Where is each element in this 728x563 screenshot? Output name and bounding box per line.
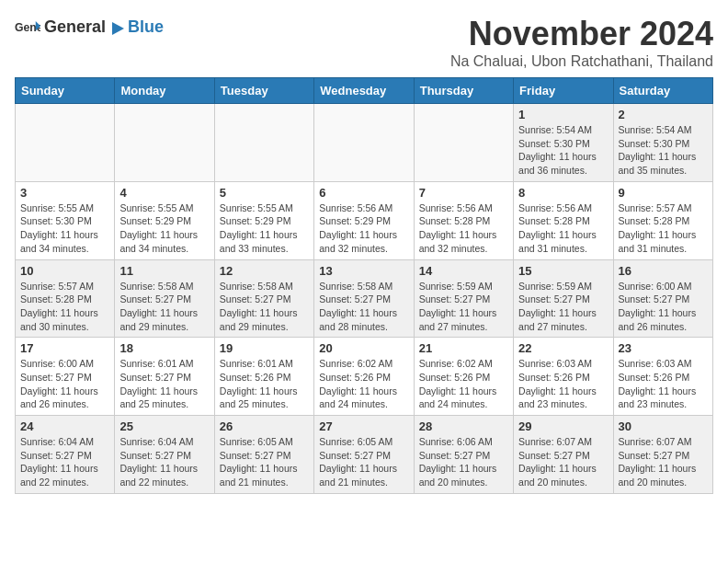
weekday-header: Sunday xyxy=(16,78,115,104)
calendar-day-cell: 22Sunrise: 6:03 AM Sunset: 5:26 PM Dayli… xyxy=(514,338,613,416)
day-number: 10 xyxy=(20,264,109,278)
day-info: Sunrise: 5:56 AM Sunset: 5:28 PM Dayligh… xyxy=(419,201,508,256)
calendar-day-cell: 23Sunrise: 6:03 AM Sunset: 5:26 PM Dayli… xyxy=(613,338,712,416)
logo-triangle-icon xyxy=(108,19,126,38)
day-number: 27 xyxy=(319,419,408,433)
calendar-day-cell: 27Sunrise: 6:05 AM Sunset: 5:27 PM Dayli… xyxy=(314,416,414,494)
weekday-header: Friday xyxy=(514,78,613,104)
weekday-header: Wednesday xyxy=(314,78,414,104)
day-info: Sunrise: 5:57 AM Sunset: 5:28 PM Dayligh… xyxy=(619,201,708,256)
day-info: Sunrise: 6:07 AM Sunset: 5:27 PM Dayligh… xyxy=(619,435,708,489)
day-info: Sunrise: 5:55 AM Sunset: 5:29 PM Dayligh… xyxy=(119,201,209,256)
calendar-day-cell: 30Sunrise: 6:07 AM Sunset: 5:27 PM Dayli… xyxy=(613,416,712,494)
calendar-day-cell: 12Sunrise: 5:58 AM Sunset: 5:27 PM Dayli… xyxy=(214,259,313,338)
day-info: Sunrise: 5:54 AM Sunset: 5:30 PM Dayligh… xyxy=(518,123,608,178)
day-number: 2 xyxy=(619,108,708,121)
calendar-week-row: 3Sunrise: 5:55 AM Sunset: 5:30 PM Daylig… xyxy=(16,181,713,259)
calendar-week-row: 24Sunrise: 6:04 AM Sunset: 5:27 PM Dayli… xyxy=(16,416,713,494)
day-number: 17 xyxy=(20,341,109,355)
day-info: Sunrise: 5:55 AM Sunset: 5:29 PM Dayligh… xyxy=(220,201,309,256)
calendar-day-cell: 18Sunrise: 6:01 AM Sunset: 5:27 PM Dayli… xyxy=(115,338,214,416)
calendar-day-cell: 25Sunrise: 6:04 AM Sunset: 5:27 PM Dayli… xyxy=(115,416,214,494)
day-number: 28 xyxy=(419,419,508,433)
calendar-day-cell: 9Sunrise: 5:57 AM Sunset: 5:28 PM Daylig… xyxy=(613,181,712,259)
day-info: Sunrise: 5:55 AM Sunset: 5:30 PM Dayligh… xyxy=(20,201,109,256)
day-number: 11 xyxy=(119,264,209,278)
calendar-week-row: 17Sunrise: 6:00 AM Sunset: 5:27 PM Dayli… xyxy=(16,338,713,416)
day-info: Sunrise: 5:57 AM Sunset: 5:28 PM Dayligh… xyxy=(20,280,109,334)
calendar-week-row: 1Sunrise: 5:54 AM Sunset: 5:30 PM Daylig… xyxy=(16,104,713,182)
day-info: Sunrise: 6:07 AM Sunset: 5:27 PM Dayligh… xyxy=(518,435,608,489)
day-info: Sunrise: 5:59 AM Sunset: 5:27 PM Dayligh… xyxy=(419,280,508,334)
day-number: 30 xyxy=(619,419,708,433)
day-info: Sunrise: 5:58 AM Sunset: 5:27 PM Dayligh… xyxy=(119,280,209,334)
weekday-header: Saturday xyxy=(613,78,712,104)
weekday-header: Monday xyxy=(115,78,214,104)
calendar-day-cell: 2Sunrise: 5:54 AM Sunset: 5:30 PM Daylig… xyxy=(613,104,712,182)
calendar-day-cell: 19Sunrise: 6:01 AM Sunset: 5:26 PM Dayli… xyxy=(214,338,313,416)
calendar-day-cell: 10Sunrise: 5:57 AM Sunset: 5:28 PM Dayli… xyxy=(16,259,115,338)
day-number: 23 xyxy=(619,341,708,355)
logo-general-text: General xyxy=(44,17,106,36)
day-info: Sunrise: 6:04 AM Sunset: 5:27 PM Dayligh… xyxy=(119,435,209,489)
day-number: 26 xyxy=(220,419,309,433)
day-number: 8 xyxy=(518,186,608,200)
calendar-day-cell xyxy=(16,104,115,182)
calendar-day-cell: 20Sunrise: 6:02 AM Sunset: 5:26 PM Dayli… xyxy=(314,338,414,416)
day-info: Sunrise: 5:54 AM Sunset: 5:30 PM Dayligh… xyxy=(619,123,708,178)
day-number: 20 xyxy=(319,341,408,355)
day-number: 13 xyxy=(319,264,408,278)
calendar-day-cell xyxy=(115,104,214,182)
day-info: Sunrise: 6:05 AM Sunset: 5:27 PM Dayligh… xyxy=(220,435,309,489)
calendar-day-cell: 26Sunrise: 6:05 AM Sunset: 5:27 PM Dayli… xyxy=(214,416,313,494)
day-number: 3 xyxy=(20,186,109,200)
day-number: 5 xyxy=(220,186,309,200)
calendar-week-row: 10Sunrise: 5:57 AM Sunset: 5:28 PM Dayli… xyxy=(16,259,713,338)
day-info: Sunrise: 6:01 AM Sunset: 5:27 PM Dayligh… xyxy=(119,357,209,411)
day-info: Sunrise: 6:00 AM Sunset: 5:27 PM Dayligh… xyxy=(20,357,109,411)
day-number: 21 xyxy=(419,341,508,355)
calendar-day-cell: 29Sunrise: 6:07 AM Sunset: 5:27 PM Dayli… xyxy=(514,416,613,494)
day-info: Sunrise: 5:58 AM Sunset: 5:27 PM Dayligh… xyxy=(220,280,309,334)
calendar-day-cell: 21Sunrise: 6:02 AM Sunset: 5:26 PM Dayli… xyxy=(414,338,513,416)
calendar-day-cell: 17Sunrise: 6:00 AM Sunset: 5:27 PM Dayli… xyxy=(16,338,115,416)
day-number: 22 xyxy=(518,341,608,355)
day-number: 6 xyxy=(319,186,408,200)
day-number: 29 xyxy=(518,419,608,433)
logo-icon: General xyxy=(15,15,40,40)
calendar-day-cell xyxy=(214,104,313,182)
calendar-day-cell: 7Sunrise: 5:56 AM Sunset: 5:28 PM Daylig… xyxy=(414,181,513,259)
calendar-day-cell: 8Sunrise: 5:56 AM Sunset: 5:28 PM Daylig… xyxy=(514,181,613,259)
day-number: 18 xyxy=(119,341,209,355)
day-info: Sunrise: 6:04 AM Sunset: 5:27 PM Dayligh… xyxy=(20,435,109,489)
title-block: November 2024 Na Chaluai, Ubon Ratchatha… xyxy=(450,15,713,70)
calendar-table: SundayMondayTuesdayWednesdayThursdayFrid… xyxy=(15,77,713,494)
calendar-day-cell: 15Sunrise: 5:59 AM Sunset: 5:27 PM Dayli… xyxy=(514,259,613,338)
day-info: Sunrise: 6:05 AM Sunset: 5:27 PM Dayligh… xyxy=(319,435,408,489)
day-info: Sunrise: 5:59 AM Sunset: 5:27 PM Dayligh… xyxy=(518,280,608,334)
day-number: 14 xyxy=(419,264,508,278)
logo: General GeneralBlue xyxy=(15,15,164,40)
calendar-day-cell xyxy=(314,104,414,182)
weekday-header: Thursday xyxy=(414,78,513,104)
calendar-day-cell: 24Sunrise: 6:04 AM Sunset: 5:27 PM Dayli… xyxy=(16,416,115,494)
day-number: 15 xyxy=(518,264,608,278)
day-info: Sunrise: 6:02 AM Sunset: 5:26 PM Dayligh… xyxy=(319,357,408,411)
calendar-header-row: SundayMondayTuesdayWednesdayThursdayFrid… xyxy=(16,78,713,104)
calendar-day-cell: 11Sunrise: 5:58 AM Sunset: 5:27 PM Dayli… xyxy=(115,259,214,338)
calendar-day-cell: 16Sunrise: 6:00 AM Sunset: 5:27 PM Dayli… xyxy=(613,259,712,338)
logo-text: GeneralBlue xyxy=(44,17,164,38)
calendar-day-cell: 5Sunrise: 5:55 AM Sunset: 5:29 PM Daylig… xyxy=(214,181,313,259)
weekday-header: Tuesday xyxy=(214,78,313,104)
calendar-day-cell: 4Sunrise: 5:55 AM Sunset: 5:29 PM Daylig… xyxy=(115,181,214,259)
svg-marker-2 xyxy=(112,22,124,35)
day-info: Sunrise: 6:02 AM Sunset: 5:26 PM Dayligh… xyxy=(419,357,508,411)
day-info: Sunrise: 6:00 AM Sunset: 5:27 PM Dayligh… xyxy=(619,280,708,334)
calendar-day-cell xyxy=(414,104,513,182)
day-info: Sunrise: 5:56 AM Sunset: 5:28 PM Dayligh… xyxy=(518,201,608,256)
month-title: November 2024 xyxy=(450,15,713,53)
day-number: 25 xyxy=(119,419,209,433)
calendar-day-cell: 14Sunrise: 5:59 AM Sunset: 5:27 PM Dayli… xyxy=(414,259,513,338)
day-number: 16 xyxy=(619,264,708,278)
day-info: Sunrise: 6:06 AM Sunset: 5:27 PM Dayligh… xyxy=(419,435,508,489)
